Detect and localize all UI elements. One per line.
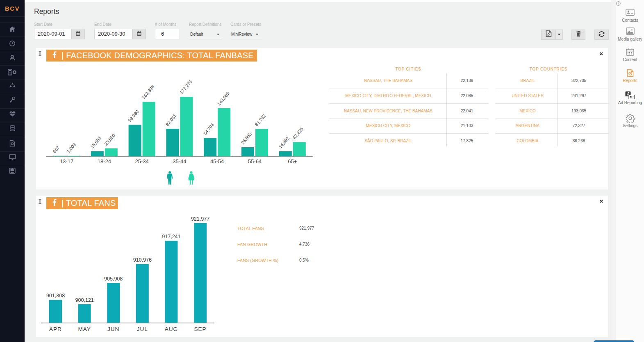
svg-text:18-24: 18-24 [98,158,111,164]
svg-text:15,083: 15,083 [89,135,102,149]
svg-text:667: 667 [52,145,60,154]
svg-text:42,225: 42,225 [291,126,304,140]
svg-text:82,051: 82,051 [165,113,177,127]
svg-text:MAY: MAY [78,326,91,332]
svg-text:905,908: 905,908 [104,276,123,282]
svg-text:93,980: 93,980 [127,109,140,123]
svg-text:SEP: SEP [194,326,206,332]
svg-text:901,308: 901,308 [46,293,65,299]
svg-text:26,853: 26,853 [240,132,253,145]
svg-text:JUL: JUL [137,326,148,332]
svg-text:13-17: 13-17 [60,158,73,164]
svg-text:143,089: 143,089 [216,91,231,106]
svg-text:910,976: 910,976 [133,257,152,263]
svg-text:177,279: 177,279 [179,79,193,95]
svg-text:921,977: 921,977 [191,216,209,222]
svg-text:APR: APR [49,326,62,332]
svg-text:900,121: 900,121 [75,297,94,303]
svg-text:AUG: AUG [165,326,178,332]
svg-text:35-44: 35-44 [173,158,186,164]
svg-text:25-34: 25-34 [135,158,148,164]
svg-text:1,009: 1,009 [66,142,77,154]
svg-text:14,892: 14,892 [278,136,290,149]
svg-text:23,550: 23,550 [103,132,116,146]
svg-text:917,241: 917,241 [162,234,180,239]
svg-text:54,704: 54,704 [203,122,215,136]
svg-text:55-64: 55-64 [248,158,262,164]
svg-text:81,292: 81,292 [254,113,266,127]
svg-text:45-54: 45-54 [210,158,224,164]
svg-text:JUN: JUN [107,326,119,332]
svg-text:65+: 65+ [288,158,297,164]
svg-text:162,398: 162,398 [141,84,155,100]
